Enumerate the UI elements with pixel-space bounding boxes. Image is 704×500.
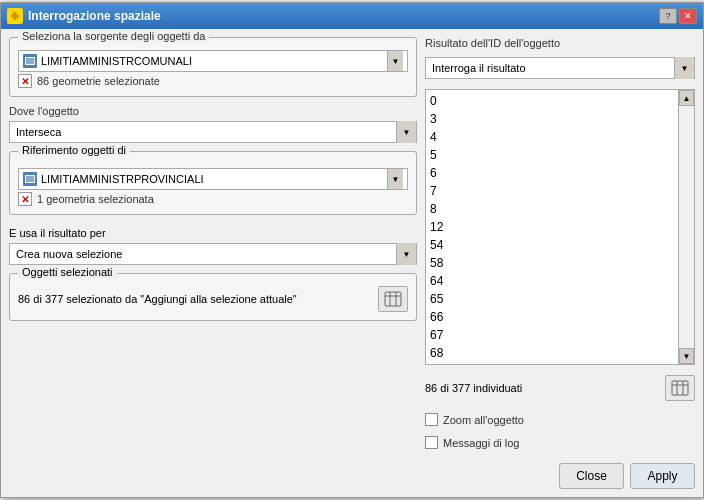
log-row: Messaggi di log — [425, 436, 695, 449]
layer-icon-inner — [25, 57, 35, 65]
found-row: 86 di 377 individuati — [425, 375, 695, 401]
ref-layer-icon-inner — [25, 175, 35, 183]
source-layer-text: LIMITIAMMINISTRCOMUNALI — [41, 55, 192, 67]
list-item[interactable]: 54 — [428, 236, 676, 254]
list-item[interactable]: 65 — [428, 290, 676, 308]
log-checkbox[interactable] — [425, 436, 438, 449]
scroll-up-button[interactable]: ▲ — [679, 90, 694, 106]
ref-selected-label: 1 geometria selezionata — [37, 193, 154, 205]
ref-layer-combo[interactable]: LIMITIAMMINISTRPROVINCIALI ▼ — [18, 168, 408, 190]
list-item[interactable]: 68 — [428, 344, 676, 362]
found-table-icon — [671, 380, 689, 396]
where-label: Dove l'oggetto — [9, 105, 417, 117]
scroll-track — [679, 106, 694, 348]
list-item[interactable]: 12 — [428, 218, 676, 236]
content-area: Seleziona la sorgente degli oggetti da L… — [1, 29, 703, 457]
ref-group-content: LIMITIAMMINISTRPROVINCIALI ▼ ✕ 1 geometr… — [18, 168, 408, 206]
result-id-label: Risultato dell'ID dell'oggetto — [425, 37, 695, 49]
found-text: 86 di 377 individuati — [425, 382, 522, 394]
result-query-text: Interroga il risultato — [426, 60, 674, 76]
source-group-content: LIMITIAMMINISTRCOMUNALI ▼ ✕ 86 geometrie… — [18, 50, 408, 88]
zoom-row: Zoom all'oggetto — [425, 413, 695, 426]
list-item[interactable]: 5 — [428, 146, 676, 164]
ref-combo-inner: LIMITIAMMINISTRPROVINCIALI — [23, 172, 387, 186]
ref-layer-text: LIMITIAMMINISTRPROVINCIALI — [41, 173, 204, 185]
result-combo-arrow[interactable]: ▼ — [674, 57, 694, 79]
objects-icon-button[interactable] — [378, 286, 408, 312]
svg-rect-4 — [385, 292, 401, 306]
use-combo-arrow[interactable]: ▼ — [396, 243, 416, 265]
result-scrollbar: ▲ ▼ — [678, 90, 694, 364]
list-item[interactable]: 67 — [428, 326, 676, 344]
source-group: Seleziona la sorgente degli oggetti da L… — [9, 37, 417, 97]
list-item[interactable]: 6 — [428, 164, 676, 182]
use-label: E usa il risultato per — [9, 227, 417, 239]
use-combo[interactable]: Crea nuova selezione ▼ — [9, 243, 417, 265]
use-section: E usa il risultato per Crea nuova selezi… — [9, 227, 417, 265]
titlebar: Interrogazione spaziale ? ✕ — [1, 3, 703, 29]
list-item[interactable]: 4 — [428, 128, 676, 146]
left-panel: Seleziona la sorgente degli oggetti da L… — [9, 37, 417, 449]
where-combo[interactable]: Interseca ▼ — [9, 121, 417, 143]
source-selected-label: 86 geometrie selezionate — [37, 75, 160, 87]
result-list[interactable]: 03456781254586465666768 — [428, 92, 676, 362]
list-item[interactable]: 64 — [428, 272, 676, 290]
apply-button[interactable]: Apply — [630, 463, 695, 489]
found-icon-button[interactable] — [665, 375, 695, 401]
list-item[interactable]: 58 — [428, 254, 676, 272]
where-section: Dove l'oggetto Interseca ▼ — [9, 105, 417, 143]
source-checkbox[interactable]: ✕ — [18, 74, 32, 88]
window-icon — [7, 8, 23, 24]
source-layer-combo[interactable]: LIMITIAMMINISTRCOMUNALI ▼ — [18, 50, 408, 72]
window-title: Interrogazione spaziale — [28, 9, 161, 23]
main-window: Interrogazione spaziale ? ✕ Seleziona la… — [0, 2, 704, 498]
help-button[interactable]: ? — [659, 8, 677, 24]
bottom-bar: Close Apply — [1, 457, 703, 497]
log-label: Messaggi di log — [443, 437, 519, 449]
table-icon — [384, 291, 402, 307]
list-item[interactable]: 7 — [428, 182, 676, 200]
right-panel: Risultato dell'ID dell'oggetto Interroga… — [425, 37, 695, 449]
ref-combo-arrow[interactable]: ▼ — [387, 169, 403, 189]
source-group-label: Seleziona la sorgente degli oggetti da — [18, 30, 209, 42]
titlebar-controls: ? ✕ — [659, 8, 697, 24]
zoom-label: Zoom all'oggetto — [443, 414, 524, 426]
objects-group-label: Oggetti selezionati — [18, 266, 117, 278]
layer-icon — [23, 54, 37, 68]
result-list-content: 03456781254586465666768 — [426, 90, 678, 364]
ref-checkbox-row: ✕ 1 geometria selezionata — [18, 192, 408, 206]
source-combo-inner: LIMITIAMMINISTRCOMUNALI — [23, 54, 387, 68]
result-query-combo[interactable]: Interroga il risultato ▼ — [425, 57, 695, 79]
where-combo-arrow[interactable]: ▼ — [396, 121, 416, 143]
ref-layer-icon — [23, 172, 37, 186]
list-item[interactable]: 0 — [428, 92, 676, 110]
ref-checkbox[interactable]: ✕ — [18, 192, 32, 206]
objects-text: 86 di 377 selezionato da "Aggiungi alla … — [18, 293, 372, 305]
where-combo-inner: Interseca — [10, 124, 396, 140]
titlebar-left: Interrogazione spaziale — [7, 8, 161, 24]
ref-group: Riferimento oggetti di LIMITIAMMINISTRPR… — [9, 151, 417, 215]
close-button[interactable]: Close — [559, 463, 624, 489]
source-checkbox-row: ✕ 86 geometrie selezionate — [18, 74, 408, 88]
list-item[interactable]: 8 — [428, 200, 676, 218]
use-combo-inner: Crea nuova selezione — [10, 246, 396, 262]
window-close-button[interactable]: ✕ — [679, 8, 697, 24]
ref-group-label: Riferimento oggetti di — [18, 144, 130, 156]
objects-content: 86 di 377 selezionato da "Aggiungi alla … — [18, 286, 408, 312]
list-item[interactable]: 3 — [428, 110, 676, 128]
svg-rect-8 — [672, 381, 688, 395]
scroll-down-button[interactable]: ▼ — [679, 348, 694, 364]
source-combo-arrow[interactable]: ▼ — [387, 51, 403, 71]
zoom-checkbox[interactable] — [425, 413, 438, 426]
result-list-container: 03456781254586465666768 ▲ ▼ — [425, 89, 695, 365]
objects-group: Oggetti selezionati 86 di 377 selezionat… — [9, 273, 417, 321]
list-item[interactable]: 66 — [428, 308, 676, 326]
